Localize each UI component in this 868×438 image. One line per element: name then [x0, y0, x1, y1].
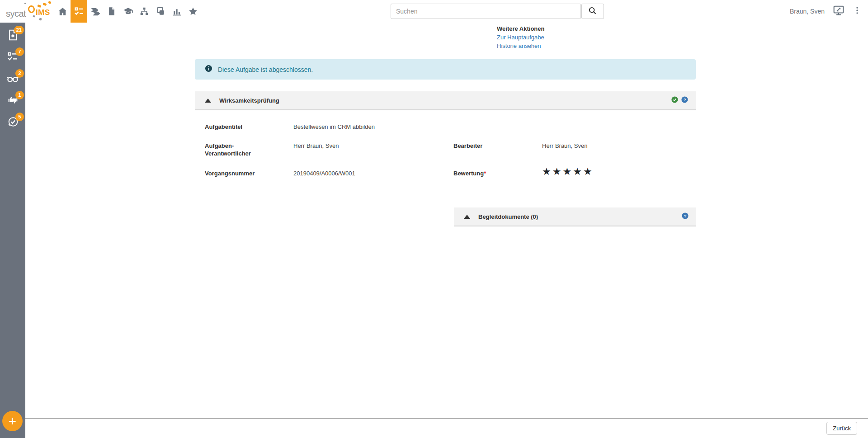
logo-dot-icon [33, 15, 35, 17]
nav-home-button[interactable] [54, 0, 71, 23]
field-label-aufgaben-verantwortlicher: Aufgaben-Verantwortlicher [205, 142, 257, 157]
sidebar-item-effectiveness-checks[interactable]: 5 [0, 112, 25, 133]
nav-documents-button[interactable] [104, 0, 120, 23]
user-area: Braun, Sven [790, 0, 862, 23]
footer-bar: Zurück [25, 418, 868, 438]
further-actions-title: Weitere Aktionen [497, 25, 544, 32]
logo-dot-icon [24, 3, 26, 4]
field-label-aufgabentitel: Aufgabentitel [205, 123, 242, 131]
logo-dot-icon [39, 18, 42, 20]
logo-dash-icon [43, 3, 47, 6]
info-icon [204, 64, 213, 75]
help-icon[interactable]: ? [681, 212, 689, 221]
nav-copies-button[interactable] [152, 0, 169, 23]
nav-training-button[interactable] [120, 0, 136, 23]
home-icon [57, 6, 68, 17]
sidebar-item-new-documents[interactable]: 21 [0, 25, 25, 47]
nav-tasks-button[interactable] [71, 0, 87, 23]
section-header-wirksamkeitspruefung[interactable]: Wirksamkeitsprüfung ? [195, 91, 696, 110]
plus-icon: + [9, 414, 17, 429]
badge-count: 5 [15, 113, 24, 121]
section-header-icons: ? [681, 212, 689, 221]
user-name[interactable]: Braun, Sven [790, 8, 825, 15]
link-to-main-task[interactable]: Zur Hauptaufgabe [497, 34, 544, 41]
sidebar-item-feedback[interactable]: 1 [0, 90, 25, 112]
section-header-begleitdokumente[interactable]: Begleitdokumente (0) ? [454, 207, 696, 226]
remote-session-icon [833, 5, 844, 18]
star-rating[interactable]: ★★★★★ [542, 166, 594, 177]
section-title: Wirksamkeitsprüfung [219, 97, 279, 104]
banner-message: Diese Aufgabe ist abgeschlossen. [218, 66, 313, 73]
sidebar-item-watchlist[interactable]: 2 [0, 68, 25, 90]
sidebar-item-tasks[interactable]: 7 [0, 47, 25, 68]
field-label-vorgangsnummer: Vorgangsnummer [205, 170, 255, 177]
bar-chart-icon [172, 6, 182, 17]
collapse-triangle-icon [464, 215, 470, 219]
field-value-aufgabentitel: Bestellwesen im CRM abbilden [293, 123, 375, 131]
back-button[interactable]: Zurück [826, 422, 857, 435]
kebab-menu-icon [853, 5, 862, 17]
svg-text:?: ? [684, 213, 687, 218]
process-arrows-icon [90, 6, 101, 17]
check-circle-green-icon [671, 96, 679, 105]
left-sidebar: 21 7 2 1 5 + [0, 23, 25, 438]
nav-reports-button[interactable] [169, 0, 185, 23]
search-button[interactable] [581, 4, 604, 19]
top-navigation [54, 0, 201, 23]
search-input[interactable] [391, 4, 580, 19]
logo-dash-icon [48, 1, 51, 4]
logo-suffix: IMS [36, 8, 50, 17]
app-window: sycat IMS [0, 0, 868, 438]
nav-favorites-button[interactable] [185, 0, 201, 23]
collapse-triangle-icon [205, 99, 211, 103]
nav-orgchart-button[interactable] [136, 0, 152, 23]
field-label-bearbeiter: Bearbeiter [453, 142, 482, 150]
remote-session-button[interactable] [833, 5, 844, 18]
sycat-ims-logo[interactable]: sycat IMS [6, 1, 53, 22]
info-banner: Diese Aufgabe ist abgeschlossen. [195, 59, 696, 80]
star-icon [188, 6, 198, 17]
badge-count: 7 [15, 47, 24, 56]
badge-count: 1 [15, 91, 24, 99]
section-header-icons: ? [671, 96, 689, 105]
overflow-menu-button[interactable] [853, 5, 862, 17]
badge-count: 21 [14, 26, 24, 34]
svg-text:?: ? [684, 97, 686, 102]
badge-count: 2 [15, 69, 24, 78]
tasks-checklist-icon [74, 6, 85, 17]
search-icon [588, 6, 598, 17]
field-value-aufgaben-verantwortlicher: Herr Braun, Sven [293, 142, 339, 150]
logo-dash-icon [38, 5, 42, 8]
logo-ring-icon [27, 5, 36, 14]
required-marker: * [484, 170, 486, 177]
copies-layers-icon [156, 6, 165, 16]
section-title: Begleitdokumente (0) [478, 213, 538, 220]
add-button[interactable]: + [2, 411, 23, 431]
field-value-bearbeiter: Herr Braun, Sven [542, 142, 587, 150]
field-value-vorgangsnummer: 20190409/A0006/W001 [293, 170, 355, 177]
top-bar: sycat IMS [0, 0, 868, 23]
logo-text: sycat [6, 9, 26, 19]
nav-processes-button[interactable] [87, 0, 104, 23]
further-actions-block: Weitere Aktionen Zur Hauptaufgabe Histor… [497, 25, 544, 51]
field-label-bewertung: Bewertung* [453, 170, 486, 177]
main-content: Weitere Aktionen Zur Hauptaufgabe Histor… [25, 23, 868, 418]
document-icon [107, 6, 117, 16]
help-icon[interactable]: ? [681, 96, 689, 105]
search-bar [391, 4, 604, 19]
org-chart-icon [139, 6, 149, 16]
graduation-cap-icon [123, 6, 134, 17]
link-view-history[interactable]: Historie ansehen [497, 42, 544, 49]
